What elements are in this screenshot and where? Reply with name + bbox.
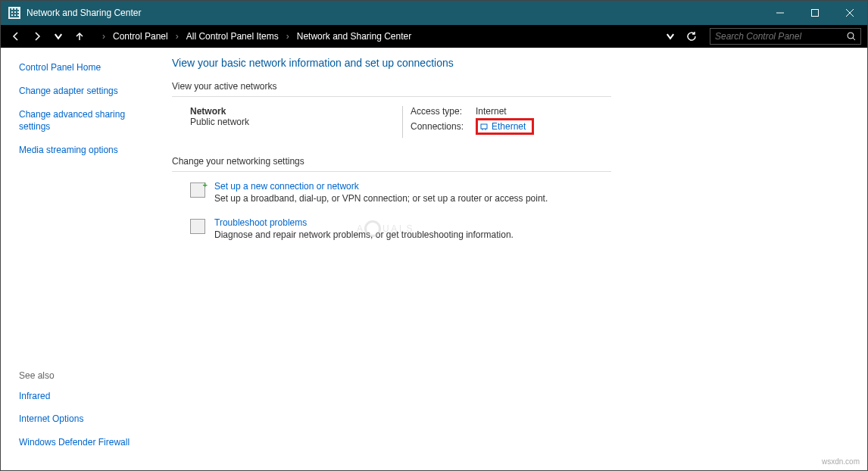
window-title: Network and Sharing Center — [27, 8, 141, 18]
see-also-header: See also — [19, 370, 152, 381]
recent-dropdown[interactable] — [49, 27, 67, 45]
active-networks-header: View your active networks — [172, 81, 852, 92]
sidebar-link-adapter[interactable]: Change adapter settings — [19, 85, 152, 98]
content: Control Panel Home Change adapter settin… — [1, 48, 867, 470]
breadcrumb-item[interactable]: All Control Panel Items — [183, 30, 282, 43]
task-troubleshoot[interactable]: Troubleshoot problems Diagnose and repai… — [190, 217, 852, 240]
window-controls — [763, 1, 867, 25]
network-name: Network — [190, 106, 402, 117]
task-desc: Set up a broadband, dial-up, or VPN conn… — [214, 193, 548, 204]
ethernet-icon — [479, 122, 489, 131]
breadcrumb-sep-icon: › — [102, 31, 105, 42]
titlebar: Network and Sharing Center — [1, 1, 867, 25]
new-connection-icon — [190, 182, 205, 198]
maximize-button[interactable] — [798, 1, 832, 25]
svg-point-5 — [848, 33, 854, 39]
close-button[interactable] — [832, 1, 867, 25]
sidebar-link-sharing[interactable]: Change advanced sharing settings — [19, 108, 152, 134]
see-also-internet-options[interactable]: Internet Options — [19, 413, 152, 426]
page-heading: View your basic network information and … — [172, 57, 852, 69]
footer-mark: wsxdn.com — [822, 457, 860, 466]
forward-button[interactable] — [28, 27, 46, 45]
access-type-value: Internet — [476, 106, 507, 117]
refresh-button[interactable] — [682, 27, 701, 45]
search-icon — [847, 32, 856, 41]
svg-rect-7 — [481, 124, 487, 129]
address-dropdown[interactable] — [661, 27, 679, 45]
svg-line-6 — [853, 38, 855, 40]
up-button[interactable] — [70, 27, 89, 45]
access-type-label: Access type: — [411, 106, 471, 117]
breadcrumb-item[interactable]: Control Panel — [110, 30, 171, 43]
settings-list: Set up a new connection or network Set u… — [172, 181, 852, 240]
sidebar: Control Panel Home Change adapter settin… — [1, 48, 160, 470]
main-panel: View your basic network information and … — [160, 48, 867, 470]
network-type: Public network — [190, 117, 402, 127]
see-also-firewall[interactable]: Windows Defender Firewall — [19, 436, 152, 449]
see-also-infrared[interactable]: Infrared — [19, 390, 152, 403]
task-new-connection[interactable]: Set up a new connection or network Set u… — [190, 181, 852, 204]
breadcrumb-sep-icon: › — [286, 31, 289, 42]
task-desc: Diagnose and repair network problems, or… — [214, 229, 514, 240]
search-input[interactable] — [715, 31, 847, 42]
ethernet-link[interactable]: Ethernet — [492, 121, 526, 132]
sidebar-home-link[interactable]: Control Panel Home — [19, 61, 152, 74]
svg-rect-1 — [812, 10, 819, 17]
back-button[interactable] — [7, 27, 25, 45]
address-bar: › Control Panel › All Control Panel Item… — [1, 25, 867, 48]
sidebar-link-streaming[interactable]: Media streaming options — [19, 144, 152, 157]
task-title: Troubleshoot problems — [214, 217, 514, 228]
active-network-block: Network Public network Access type: Inte… — [172, 106, 852, 138]
task-title: Set up a new connection or network — [214, 181, 548, 192]
breadcrumb-item[interactable]: Network and Sharing Center — [294, 30, 414, 43]
divider — [402, 106, 403, 138]
change-settings-header: Change your networking settings — [172, 156, 852, 167]
search-box[interactable] — [710, 28, 861, 45]
connections-label: Connections: — [411, 121, 471, 132]
ethernet-highlight: Ethernet — [476, 118, 534, 135]
breadcrumb-sep-icon: › — [176, 31, 179, 42]
app-icon — [8, 7, 20, 19]
troubleshoot-icon — [190, 219, 205, 234]
minimize-button[interactable] — [763, 1, 798, 25]
